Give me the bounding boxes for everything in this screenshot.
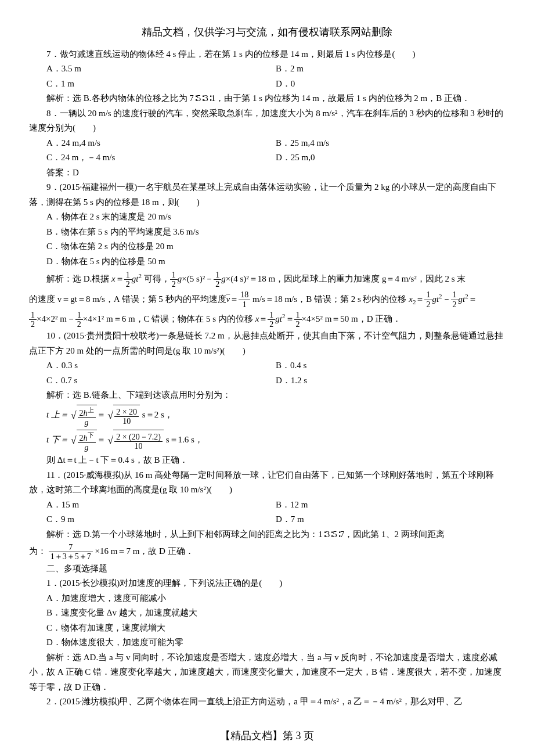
q10-eq1: t 上＝ 2h上g＝ 2 × 2010 s＝2 s， <box>46 403 505 428</box>
q7-optD: D．0 <box>276 77 505 92</box>
q8-answer: 答案：D <box>29 165 505 181</box>
q11-optA: A．15 m <box>46 498 276 513</box>
sqrt-icon-3: 2h下g <box>71 428 97 453</box>
q9-sol-line2a: 的速度 v＝gt＝8 m/s，A 错误；第 5 秒内的平均速度 <box>29 294 226 304</box>
q10-eq1-r1: s＝2 s， <box>142 410 173 419</box>
q9-sol-line3: ×4×2² m－ <box>37 314 75 323</box>
page-header: 精品文档，仅供学习与交流，如有侵权请联系网站删除 <box>29 23 505 41</box>
sqrt-icon-2: 2 × 2010 <box>107 403 140 428</box>
q9-sol-1: 可得， <box>142 274 170 283</box>
q9-sol-pre: 解析：选 D.根据 <box>46 274 111 283</box>
q9-sol-line2b: m/s＝18 m/s，B 错误；第 2 s 秒内的位移 <box>250 294 409 304</box>
q9-optA: A．物体在 2 s 末的速度是 20 m/s <box>46 210 505 225</box>
q7-options-row1: A．3.5 m B．2 m <box>46 62 505 77</box>
q10-solution: 解析：选 B.链条上、下端到达该点用时分别为： <box>29 388 505 403</box>
q9-sol-line3c: ×4×5² m＝50 m，D 正确． <box>302 314 402 323</box>
q9-optB: B．物体在第 5 s 内的平均速度是 3.6 m/s <box>46 225 505 240</box>
q9-optC: C．物体在第 2 s 内的位移是 20 m <box>46 239 505 254</box>
mq1-text: 1．(2015·长沙模拟)对加速度的理解，下列说法正确的是( ) <box>29 576 505 591</box>
q10-eq2-r1: s＝1.6 s， <box>166 435 203 444</box>
q11-sol-frac: 为： 71＋3＋5＋7 ×16 m＝7 m，故 D 正确． <box>29 542 505 561</box>
q10-optC: C．0.7 s <box>46 373 276 388</box>
q8-text: 8．一辆以 20 m/s 的速度行驶的汽车，突然采取急刹车，加速度大小为 8 m… <box>29 106 505 136</box>
frac-half-2: 12 <box>170 271 178 289</box>
mq2-text: 2．(2015·潍坊模拟)甲、乙两个物体在同一直线上沿正方向运动，a 甲＝4 m… <box>29 694 505 710</box>
q11-options-row2: C．9 m D．7 m <box>46 512 505 527</box>
q10-eq2-lhs: t 下＝ <box>46 435 68 444</box>
q10-eq2: t 下＝ 2h下g＝ 2 × (20－7.2)10 s＝1.6 s， <box>46 428 505 453</box>
frac-half-6: 12 <box>29 311 37 329</box>
q8-optA: A．24 m,4 m/s <box>46 136 276 151</box>
q8-optB: B．25 m,4 m/s <box>276 136 505 151</box>
sqrt-icon: 2h上g <box>71 403 97 428</box>
q10-optB: B．0.4 s <box>276 358 505 373</box>
q11-sol-pre: 解析：选 D.第一个小球落地时，从上到下相邻两球之间的距离之比为：1∶3∶5∶7… <box>29 527 505 542</box>
mq1-optD: D．物体速度很大，加速度可能为零 <box>46 635 505 650</box>
q10-sol-end: 则 Δt＝t 上－t 下＝0.4 s，故 B 正确． <box>29 453 505 468</box>
q8-options-row1: A．24 m,4 m/s B．25 m,4 m/s <box>46 136 505 151</box>
q9-optD: D．物体在 5 s 内的位移是 50 m <box>46 254 505 269</box>
frac-q11: 71＋3＋5＋7 <box>49 543 93 561</box>
q10-options-row1: A．0.3 s B．0.4 s <box>46 358 505 373</box>
section2-title: 二、多项选择题 <box>29 561 505 577</box>
mq1-optC: C．物体有加速度，速度就增大 <box>46 621 505 636</box>
q7-optB: B．2 m <box>276 62 505 77</box>
frac-half-5: 12 <box>451 290 459 309</box>
frac-18-1: 181 <box>239 290 250 309</box>
q10-optD: D．1.2 s <box>276 373 505 388</box>
frac-half-8: 12 <box>268 311 275 329</box>
q11-options-row1: A．15 m B．12 m <box>46 498 505 513</box>
q11-optC: C．9 m <box>46 512 276 527</box>
q7-optA: A．3.5 m <box>46 62 276 77</box>
vbar: v <box>226 294 230 304</box>
frac-half-3: 12 <box>214 271 221 289</box>
q8-optD: D．25 m,0 <box>276 150 505 165</box>
q8-optC: C．24 m，－4 m/s <box>46 150 276 165</box>
q8-options-row2: C．24 m，－4 m/s D．25 m,0 <box>46 150 505 165</box>
mq1-optB: B．速度变化量 Δv 越大，加速度就越大 <box>46 606 505 621</box>
frac-half-4: 12 <box>424 290 432 309</box>
q7-text: 7．做匀减速直线运动的物体经 4 s 停止，若在第 1 s 内的位移是 14 m… <box>29 47 505 62</box>
q9-sol-2: ×(5 s)²－ <box>182 274 214 283</box>
page-footer: 【精品文档】第 3 页 <box>29 727 505 745</box>
frac-half-7: 12 <box>75 311 83 329</box>
q10-text: 10．(2015·贵州贵阳十校联考)一条悬链长 7.2 m，从悬挂点处断开，使其… <box>29 329 505 358</box>
frac-half-1: 12 <box>124 271 132 289</box>
q9-sol-3: ×(4 s)²＝18 m，因此星球上的重力加速度 g＝4 m/s²，因此 2 s… <box>226 274 466 283</box>
mq1-optA: A．加速度增大，速度可能减小 <box>46 591 505 606</box>
q11-sol-mid: 为： <box>29 546 46 556</box>
q10-optA: A．0.3 s <box>46 358 276 373</box>
frac-half-9: 12 <box>294 311 302 329</box>
q11-optB: B．12 m <box>276 498 505 513</box>
q7-options-row2: C．1 m D．0 <box>46 77 505 92</box>
q9-text: 9．(2015·福建福州一模)一名宇航员在某星球上完成自由落体运动实验，让一个质… <box>29 180 505 210</box>
q11-text: 11．(2015·威海模拟)从 16 m 高处每隔一定时间释放一球，让它们自由落… <box>29 468 505 498</box>
x-var: x <box>111 274 116 283</box>
q7-solution: 解析：选 B.各秒内物体的位移之比为 7∶5∶3∶1，由于第 1 s 内位移为 … <box>29 91 505 106</box>
q7-optC: C．1 m <box>46 77 276 92</box>
q11-sol-end: ×16 m＝7 m，故 D 正确． <box>95 546 194 556</box>
q9-solution: 解析：选 D.根据 x＝12gt2 可得，12g×(5 s)²－12g×(4 s… <box>29 269 505 329</box>
sqrt-icon-4: 2 × (20－7.2)10 <box>107 428 164 453</box>
q10-eq1-lhs: t 上＝ <box>46 410 68 419</box>
mq1-solution: 解析：选 AD.当 a 与 v 同向时，不论加速度是否增大，速度必增大，当 a … <box>29 650 505 695</box>
q9-sol-line3b: ×4×1² m＝6 m，C 错误；物体在 5 s 内的位移 <box>83 314 255 323</box>
q11-optD: D．7 m <box>276 512 505 527</box>
q10-options-row2: C．0.7 s D．1.2 s <box>46 373 505 388</box>
